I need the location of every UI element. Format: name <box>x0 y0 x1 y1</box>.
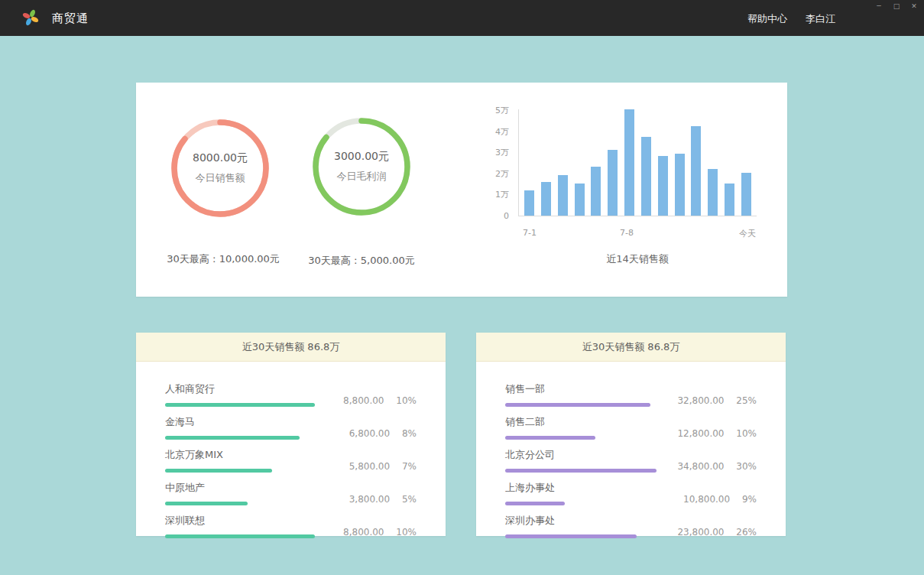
x-tick: 今天 <box>732 228 763 239</box>
rank-row: 中原地产 3,800.00 5% <box>165 481 417 505</box>
bar <box>608 150 618 216</box>
x-tick: 7-8 <box>611 228 642 238</box>
bar <box>591 167 601 216</box>
rank-row: 北京分公司 34,800.00 30% <box>505 448 757 473</box>
progress-bar <box>505 502 565 505</box>
y-tick: 3万 <box>482 148 509 158</box>
help-center-link[interactable]: 帮助中心 <box>747 12 787 26</box>
username-link[interactable]: 李白江 <box>806 12 835 26</box>
minimize-icon[interactable]: ─ <box>874 2 883 11</box>
rank-item-pct: 30% <box>736 461 757 472</box>
bar <box>558 175 568 216</box>
today-sales-donut: 8000.00元 今日销售额 <box>168 116 272 220</box>
bar <box>725 184 734 216</box>
close-icon[interactable]: ✕ <box>909 2 919 11</box>
rank-item-name: 人和商贸行 <box>165 382 325 396</box>
rank-card-title: 近30天销售额 86.8万 <box>476 333 786 362</box>
rank-item-pct: 10% <box>736 428 757 439</box>
rank-row: 人和商贸行 8,800.00 10% <box>165 382 417 407</box>
rank-item-pct: 25% <box>736 395 757 406</box>
rank-list: 人和商贸行 8,800.00 10% 金海马 6,800.00 8% <box>136 362 446 538</box>
bar <box>675 154 685 216</box>
rank-row: 销售二部 12,800.00 10% <box>505 415 757 440</box>
rank-row: 金海马 6,800.00 8% <box>165 415 417 440</box>
rank-row: 深圳办事处 23,800.00 26% <box>505 514 757 538</box>
rank-item-name: 深圳联想 <box>165 514 325 528</box>
bar-chart-bars <box>518 109 757 216</box>
rank-list: 销售一部 32,800.00 25% 销售二部 12,800.00 10% <box>476 362 786 538</box>
rank-item-pct: 8% <box>402 428 417 439</box>
today-profit-donut: 3000.00元 今日毛利润 <box>310 115 413 219</box>
rank-item-value: 5,800.00 <box>349 461 390 472</box>
customer-sales-rank-card: 近30天销售额 86.8万 人和商贸行 8,800.00 10% 金海马 <box>136 333 446 536</box>
progress-bar <box>505 403 650 407</box>
rank-item-value: 3,800.00 <box>349 494 390 505</box>
rank-row: 深圳联想 8,800.00 10% <box>165 514 417 538</box>
today-sales-value: 8000.00元 <box>193 151 248 165</box>
bar <box>708 169 718 216</box>
y-tick: 0 <box>482 211 509 221</box>
rank-item-value: 34,800.00 <box>677 461 724 472</box>
rank-row: 上海办事处 10,800.00 9% <box>505 481 757 505</box>
rank-item-name: 中原地产 <box>165 481 325 495</box>
y-tick: 5万 <box>482 106 509 115</box>
rank-item-name: 北京分公司 <box>505 448 665 462</box>
bar <box>741 173 751 216</box>
maximize-icon[interactable]: □ <box>892 2 901 11</box>
x-tick: 7-1 <box>514 228 545 238</box>
y-tick: 1万 <box>482 190 509 200</box>
rank-item-pct: 26% <box>736 527 757 538</box>
bar-chart-title: 近14天销售额 <box>518 252 757 266</box>
bar <box>624 109 634 216</box>
bar <box>658 156 668 216</box>
bar <box>541 182 551 216</box>
titlebar: 商贸通 ─ □ ✕ 帮助中心 李白江 <box>0 0 924 36</box>
today-profit-value: 3000.00元 <box>334 150 389 164</box>
progress-bar <box>505 469 657 473</box>
progress-bar <box>165 534 315 538</box>
bar <box>691 126 701 216</box>
y-tick: 2万 <box>482 169 509 179</box>
rank-item-value: 23,800.00 <box>677 527 724 538</box>
bar <box>641 137 651 216</box>
rank-item-name: 上海办事处 <box>505 481 665 495</box>
titlebar-right-group: 帮助中心 李白江 <box>747 12 835 26</box>
progress-bar <box>505 436 595 440</box>
overview-card: 8000.00元 今日销售额 30天最高：10,000.00元 3000.00元… <box>136 83 787 297</box>
rank-item-value: 32,800.00 <box>677 395 724 406</box>
progress-bar <box>165 502 248 505</box>
rank-item-value: 12,800.00 <box>677 428 724 439</box>
sales-30day-max: 30天最高：10,000.00元 <box>147 252 300 266</box>
rank-card-title: 近30天销售额 86.8万 <box>136 333 446 362</box>
progress-bar <box>165 436 300 440</box>
rank-row: 北京万象MIX 5,800.00 7% <box>165 448 417 473</box>
progress-bar <box>165 403 315 407</box>
bar <box>524 190 534 216</box>
rank-item-name: 销售一部 <box>505 382 665 396</box>
rank-item-value: 8,800.00 <box>343 527 384 538</box>
rank-item-value: 8,800.00 <box>343 395 384 406</box>
window-controls: ─ □ ✕ <box>874 2 919 11</box>
rank-item-pct: 7% <box>402 461 417 472</box>
profit-30day-max: 30天最高：5,000.00元 <box>285 254 438 268</box>
rank-item-value: 10,800.00 <box>683 494 730 505</box>
rank-item-pct: 5% <box>402 494 417 505</box>
progress-bar <box>165 469 272 473</box>
progress-bar <box>505 534 637 538</box>
rank-item-pct: 9% <box>742 494 757 505</box>
app-title: 商贸通 <box>52 11 89 26</box>
rank-item-pct: 10% <box>396 395 417 406</box>
app-window: 商贸通 ─ □ ✕ 帮助中心 李白江 8000.00元 今日销售额 30天最高：… <box>0 0 924 575</box>
rank-item-name: 北京万象MIX <box>165 448 325 462</box>
department-sales-rank-card: 近30天销售额 86.8万 销售一部 32,800.00 25% 销售二部 <box>476 333 786 536</box>
rank-item-value: 6,800.00 <box>349 428 390 439</box>
rank-item-name: 销售二部 <box>505 415 665 429</box>
rank-item-name: 深圳办事处 <box>505 514 665 528</box>
today-sales-label: 今日销售额 <box>196 171 245 185</box>
app-logo-pinwheel-icon <box>22 9 39 26</box>
today-profit-label: 今日毛利润 <box>337 170 387 184</box>
rank-item-name: 金海马 <box>165 415 325 429</box>
bar <box>575 184 585 216</box>
rank-row: 销售一部 32,800.00 25% <box>505 382 757 407</box>
y-tick: 4万 <box>482 127 509 137</box>
